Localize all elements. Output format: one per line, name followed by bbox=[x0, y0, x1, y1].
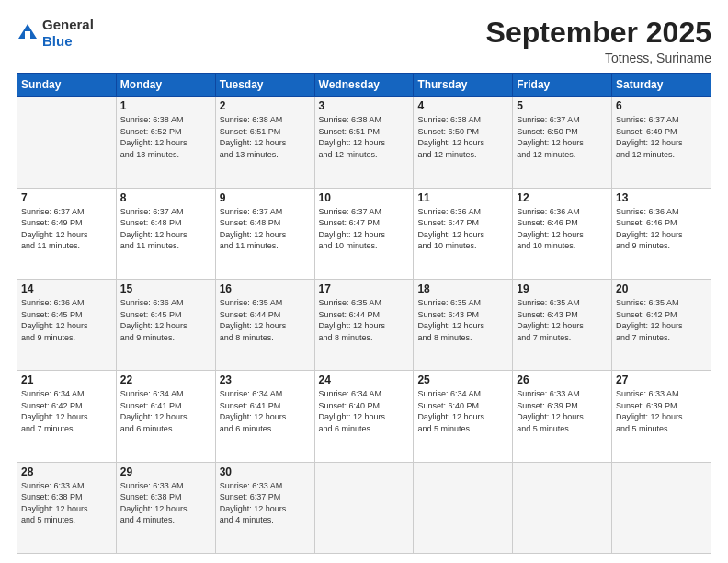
svg-rect-1 bbox=[25, 31, 30, 39]
table-cell: 12Sunrise: 6:36 AM Sunset: 6:46 PM Dayli… bbox=[513, 188, 612, 279]
day-info: Sunrise: 6:37 AM Sunset: 6:50 PM Dayligh… bbox=[517, 114, 608, 160]
logo-blue: Blue bbox=[42, 33, 73, 49]
table-cell bbox=[314, 462, 414, 553]
table-cell: 24Sunrise: 6:34 AM Sunset: 6:40 PM Dayli… bbox=[314, 371, 414, 462]
table-cell: 6Sunrise: 6:37 AM Sunset: 6:49 PM Daylig… bbox=[612, 97, 711, 188]
calendar-table: Sunday Monday Tuesday Wednesday Thursday… bbox=[17, 73, 711, 554]
day-info: Sunrise: 6:36 AM Sunset: 6:47 PM Dayligh… bbox=[417, 206, 508, 252]
day-info: Sunrise: 6:38 AM Sunset: 6:51 PM Dayligh… bbox=[220, 114, 311, 160]
table-cell bbox=[513, 462, 612, 553]
day-number: 26 bbox=[517, 373, 608, 386]
day-info: Sunrise: 6:33 AM Sunset: 6:37 PM Dayligh… bbox=[220, 480, 311, 526]
table-cell: 13Sunrise: 6:36 AM Sunset: 6:46 PM Dayli… bbox=[612, 188, 711, 279]
day-number: 3 bbox=[319, 99, 410, 112]
table-cell: 3Sunrise: 6:38 AM Sunset: 6:51 PM Daylig… bbox=[314, 97, 414, 188]
table-cell: 1Sunrise: 6:38 AM Sunset: 6:52 PM Daylig… bbox=[116, 97, 215, 188]
day-number: 5 bbox=[517, 99, 608, 112]
day-number: 28 bbox=[21, 465, 112, 478]
day-info: Sunrise: 6:35 AM Sunset: 6:42 PM Dayligh… bbox=[616, 297, 707, 343]
day-number: 1 bbox=[120, 99, 211, 112]
table-cell bbox=[17, 97, 117, 188]
day-info: Sunrise: 6:38 AM Sunset: 6:50 PM Dayligh… bbox=[417, 114, 508, 160]
table-cell: 17Sunrise: 6:35 AM Sunset: 6:44 PM Dayli… bbox=[314, 279, 414, 370]
table-cell: 11Sunrise: 6:36 AM Sunset: 6:47 PM Dayli… bbox=[414, 188, 513, 279]
day-number: 11 bbox=[417, 191, 508, 204]
day-number: 16 bbox=[220, 282, 311, 295]
table-cell: 2Sunrise: 6:38 AM Sunset: 6:51 PM Daylig… bbox=[215, 97, 314, 188]
day-number: 9 bbox=[220, 191, 311, 204]
day-number: 7 bbox=[21, 191, 112, 204]
day-info: Sunrise: 6:37 AM Sunset: 6:49 PM Dayligh… bbox=[21, 206, 112, 252]
day-number: 8 bbox=[120, 191, 211, 204]
table-cell: 5Sunrise: 6:37 AM Sunset: 6:50 PM Daylig… bbox=[513, 97, 612, 188]
day-number: 17 bbox=[319, 282, 410, 295]
table-cell: 21Sunrise: 6:34 AM Sunset: 6:42 PM Dayli… bbox=[17, 371, 117, 462]
logo-text: General Blue bbox=[42, 17, 94, 50]
day-number: 20 bbox=[616, 282, 707, 295]
day-number: 4 bbox=[417, 99, 508, 112]
logo-general: General bbox=[42, 17, 94, 32]
table-cell: 26Sunrise: 6:33 AM Sunset: 6:39 PM Dayli… bbox=[513, 371, 612, 462]
col-sunday: Sunday bbox=[17, 74, 117, 97]
table-cell bbox=[612, 462, 711, 553]
table-cell: 4Sunrise: 6:38 AM Sunset: 6:50 PM Daylig… bbox=[414, 97, 513, 188]
header: General Blue September 2025 Totness, Sur… bbox=[17, 17, 711, 65]
table-cell: 28Sunrise: 6:33 AM Sunset: 6:38 PM Dayli… bbox=[17, 462, 117, 553]
calendar-header-row: Sunday Monday Tuesday Wednesday Thursday… bbox=[17, 74, 711, 97]
day-number: 19 bbox=[517, 282, 608, 295]
day-number: 21 bbox=[21, 373, 112, 386]
calendar-week-row: 7Sunrise: 6:37 AM Sunset: 6:49 PM Daylig… bbox=[17, 188, 711, 279]
col-tuesday: Tuesday bbox=[215, 74, 314, 97]
day-info: Sunrise: 6:38 AM Sunset: 6:52 PM Dayligh… bbox=[120, 114, 211, 160]
month-title: September 2025 bbox=[486, 17, 711, 49]
day-number: 30 bbox=[220, 465, 311, 478]
day-number: 6 bbox=[616, 99, 707, 112]
table-cell: 29Sunrise: 6:33 AM Sunset: 6:38 PM Dayli… bbox=[116, 462, 215, 553]
table-cell: 20Sunrise: 6:35 AM Sunset: 6:42 PM Dayli… bbox=[612, 279, 711, 370]
day-info: Sunrise: 6:35 AM Sunset: 6:43 PM Dayligh… bbox=[517, 297, 608, 343]
day-number: 15 bbox=[120, 282, 211, 295]
col-saturday: Saturday bbox=[612, 74, 711, 97]
location: Totness, Suriname bbox=[486, 51, 711, 65]
table-cell: 19Sunrise: 6:35 AM Sunset: 6:43 PM Dayli… bbox=[513, 279, 612, 370]
table-cell: 23Sunrise: 6:34 AM Sunset: 6:41 PM Dayli… bbox=[215, 371, 314, 462]
calendar-week-row: 14Sunrise: 6:36 AM Sunset: 6:45 PM Dayli… bbox=[17, 279, 711, 370]
day-number: 24 bbox=[319, 373, 410, 386]
day-info: Sunrise: 6:35 AM Sunset: 6:44 PM Dayligh… bbox=[319, 297, 410, 343]
day-info: Sunrise: 6:33 AM Sunset: 6:38 PM Dayligh… bbox=[120, 480, 211, 526]
day-number: 12 bbox=[517, 191, 608, 204]
day-number: 22 bbox=[120, 373, 211, 386]
col-wednesday: Wednesday bbox=[314, 74, 414, 97]
day-number: 18 bbox=[417, 282, 508, 295]
table-cell: 9Sunrise: 6:37 AM Sunset: 6:48 PM Daylig… bbox=[215, 188, 314, 279]
day-info: Sunrise: 6:34 AM Sunset: 6:41 PM Dayligh… bbox=[220, 388, 311, 434]
day-info: Sunrise: 6:34 AM Sunset: 6:42 PM Dayligh… bbox=[21, 388, 112, 434]
day-info: Sunrise: 6:37 AM Sunset: 6:48 PM Dayligh… bbox=[220, 206, 311, 252]
day-number: 27 bbox=[616, 373, 707, 386]
calendar-week-row: 28Sunrise: 6:33 AM Sunset: 6:38 PM Dayli… bbox=[17, 462, 711, 553]
table-cell: 16Sunrise: 6:35 AM Sunset: 6:44 PM Dayli… bbox=[215, 279, 314, 370]
day-info: Sunrise: 6:36 AM Sunset: 6:45 PM Dayligh… bbox=[21, 297, 112, 343]
day-info: Sunrise: 6:33 AM Sunset: 6:38 PM Dayligh… bbox=[21, 480, 112, 526]
day-info: Sunrise: 6:33 AM Sunset: 6:39 PM Dayligh… bbox=[616, 388, 707, 434]
day-info: Sunrise: 6:34 AM Sunset: 6:40 PM Dayligh… bbox=[417, 388, 508, 434]
day-info: Sunrise: 6:36 AM Sunset: 6:46 PM Dayligh… bbox=[517, 206, 608, 252]
table-cell: 30Sunrise: 6:33 AM Sunset: 6:37 PM Dayli… bbox=[215, 462, 314, 553]
table-cell: 7Sunrise: 6:37 AM Sunset: 6:49 PM Daylig… bbox=[17, 188, 117, 279]
table-cell: 18Sunrise: 6:35 AM Sunset: 6:43 PM Dayli… bbox=[414, 279, 513, 370]
day-info: Sunrise: 6:37 AM Sunset: 6:47 PM Dayligh… bbox=[319, 206, 410, 252]
day-info: Sunrise: 6:37 AM Sunset: 6:48 PM Dayligh… bbox=[120, 206, 211, 252]
day-info: Sunrise: 6:33 AM Sunset: 6:39 PM Dayligh… bbox=[517, 388, 608, 434]
day-info: Sunrise: 6:34 AM Sunset: 6:40 PM Dayligh… bbox=[319, 388, 410, 434]
calendar-week-row: 21Sunrise: 6:34 AM Sunset: 6:42 PM Dayli… bbox=[17, 371, 711, 462]
day-info: Sunrise: 6:35 AM Sunset: 6:43 PM Dayligh… bbox=[417, 297, 508, 343]
table-cell: 25Sunrise: 6:34 AM Sunset: 6:40 PM Dayli… bbox=[414, 371, 513, 462]
day-info: Sunrise: 6:36 AM Sunset: 6:46 PM Dayligh… bbox=[616, 206, 707, 252]
day-info: Sunrise: 6:37 AM Sunset: 6:49 PM Dayligh… bbox=[616, 114, 707, 160]
day-number: 2 bbox=[220, 99, 311, 112]
table-cell bbox=[414, 462, 513, 553]
table-cell: 22Sunrise: 6:34 AM Sunset: 6:41 PM Dayli… bbox=[116, 371, 215, 462]
page: General Blue September 2025 Totness, Sur… bbox=[0, 0, 728, 563]
col-monday: Monday bbox=[116, 74, 215, 97]
day-number: 13 bbox=[616, 191, 707, 204]
